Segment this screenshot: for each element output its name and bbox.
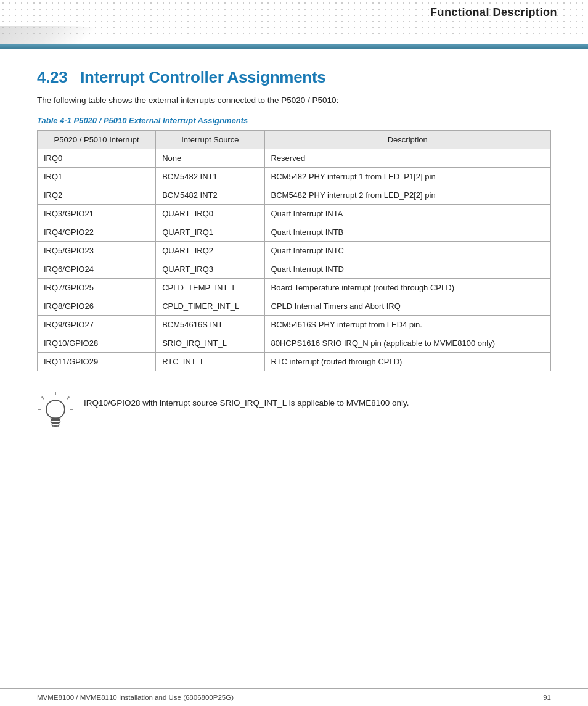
main-content: 4.23 Interrupt Controller Assignments Th…: [0, 49, 588, 454]
table-row: IRQ8/GPIO26CPLD_TIMER_INT_LCPLD Internal…: [38, 297, 551, 316]
page-header: Functional Description: [0, 0, 588, 49]
table-cell: RTC_INT_L: [156, 353, 264, 371]
table-cell: IRQ11/GPIO29: [38, 353, 156, 371]
table-cell: Quart Interrupt INTB: [264, 223, 551, 242]
col-header-description: Description: [264, 131, 551, 149]
svg-rect-7: [51, 421, 60, 423]
svg-rect-8: [52, 423, 59, 426]
table-cell: QUART_IRQ1: [156, 223, 264, 242]
table-cell: CPLD_TEMP_INT_L: [156, 279, 264, 297]
table-row: IRQ4/GPIO22QUART_IRQ1Quart Interrupt INT…: [38, 223, 551, 242]
note-box: IRQ10/GPIO28 with interrupt source SRIO_…: [37, 386, 551, 441]
table-cell: IRQ6/GPIO24: [38, 260, 156, 279]
table-cell: BCM5482 INT2: [156, 186, 264, 205]
table-cell: None: [156, 149, 264, 168]
table-cell: CPLD Internal Timers and Abort IRQ: [264, 297, 551, 316]
svg-line-3: [42, 396, 44, 399]
table-row: IRQ0NoneReserved: [38, 149, 551, 168]
table-cell: BCM5482 PHY interrupt 1 from LED_P1[2] p…: [264, 168, 551, 186]
table-cell: IRQ7/GPIO25: [38, 279, 156, 297]
table-cell: IRQ4/GPIO22: [38, 223, 156, 242]
table-row: IRQ2BCM5482 INT2BCM5482 PHY interrupt 2 …: [38, 186, 551, 205]
section-intro: The following table shows the external i…: [37, 96, 551, 105]
table-row: IRQ11/GPIO29RTC_INT_LRTC interrupt (rout…: [38, 353, 551, 371]
table-cell: IRQ8/GPIO26: [38, 297, 156, 316]
table-cell: IRQ10/GPIO28: [38, 334, 156, 353]
table-cell: BCM5482 INT1: [156, 168, 264, 186]
table-cell: QUART_IRQ2: [156, 242, 264, 260]
table-cell: IRQ3/GPIO21: [38, 205, 156, 223]
page-footer: MVME8100 / MVME8110 Installation and Use…: [0, 688, 588, 706]
table-cell: IRQ5/GPIO23: [38, 242, 156, 260]
table-cell: QUART_IRQ0: [156, 205, 264, 223]
table-cell: Quart Interrupt INTC: [264, 242, 551, 260]
table-cell: IRQ1: [38, 168, 156, 186]
footer-right: 91: [543, 694, 551, 701]
table-cell: QUART_IRQ3: [156, 260, 264, 279]
table-row: IRQ5/GPIO23QUART_IRQ2Quart Interrupt INT…: [38, 242, 551, 260]
table-cell: 80HCPS1616 SRIO IRQ_N pin (applicable to…: [264, 334, 551, 353]
lightbulb-icon: [37, 392, 74, 435]
table-cell: Board Temperature interrupt (routed thro…: [264, 279, 551, 297]
table-cell: CPLD_TIMER_INT_L: [156, 297, 264, 316]
table-cell: Quart Interrupt INTA: [264, 205, 551, 223]
table-cell: Quart Interrupt INTD: [264, 260, 551, 279]
table-row: IRQ3/GPIO21QUART_IRQ0Quart Interrupt INT…: [38, 205, 551, 223]
svg-point-5: [46, 400, 65, 419]
table-cell: Reserved: [264, 149, 551, 168]
page-header-title: Functional Description: [430, 6, 557, 18]
note-text: IRQ10/GPIO28 with interrupt source SRIO_…: [84, 392, 409, 409]
table-header-row: P5020 / P5010 Interrupt Interrupt Source…: [38, 131, 551, 149]
table-row: IRQ6/GPIO24QUART_IRQ3Quart Interrupt INT…: [38, 260, 551, 279]
table-caption: Table 4-1 P5020 / P5010 External Interru…: [37, 116, 551, 125]
table-body: IRQ0NoneReservedIRQ1BCM5482 INT1BCM5482 …: [38, 149, 551, 371]
header-title-area: Functional Description: [430, 6, 557, 19]
svg-line-1: [67, 396, 70, 399]
header-wave-decoration: [0, 26, 123, 44]
table-cell: RTC interrupt (routed through CPLD): [264, 353, 551, 371]
table-cell: IRQ0: [38, 149, 156, 168]
footer-left: MVME8100 / MVME8110 Installation and Use…: [37, 694, 234, 701]
header-blue-bar: [0, 44, 588, 49]
table-row: IRQ7/GPIO25CPLD_TEMP_INT_LBoard Temperat…: [38, 279, 551, 297]
table-cell: BCM54616S PHY interrupt from LED4 pin.: [264, 316, 551, 334]
table-cell: BCM54616S INT: [156, 316, 264, 334]
table-cell: IRQ9/GPIO27: [38, 316, 156, 334]
table-row: IRQ1BCM5482 INT1BCM5482 PHY interrupt 1 …: [38, 168, 551, 186]
table-row: IRQ9/GPIO27BCM54616S INTBCM54616S PHY in…: [38, 316, 551, 334]
interrupt-assignments-table: P5020 / P5010 Interrupt Interrupt Source…: [37, 130, 551, 371]
table-cell: IRQ2: [38, 186, 156, 205]
col-header-interrupt: P5020 / P5010 Interrupt: [38, 131, 156, 149]
section-heading: 4.23 Interrupt Controller Assignments: [37, 68, 551, 87]
table-cell: SRIO_IRQ_INT_L: [156, 334, 264, 353]
col-header-source: Interrupt Source: [156, 131, 264, 149]
table-cell: BCM5482 PHY interrupt 2 from LED_P2[2] p…: [264, 186, 551, 205]
table-row: IRQ10/GPIO28SRIO_IRQ_INT_L80HCPS1616 SRI…: [38, 334, 551, 353]
